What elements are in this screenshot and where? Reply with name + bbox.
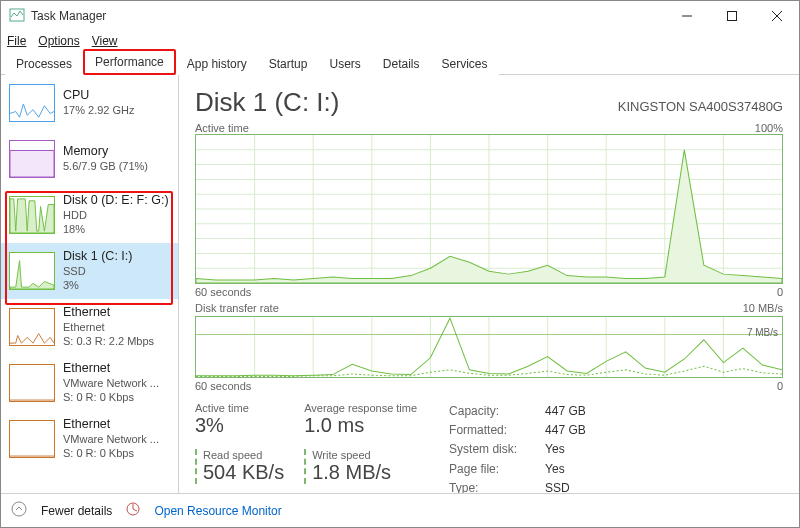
sidebar-text: Ethernet VMware Network ... S: 0 R: 0 Kb… bbox=[63, 417, 159, 460]
resource-monitor-icon[interactable] bbox=[126, 502, 140, 519]
info-key: System disk: bbox=[449, 440, 531, 459]
sidebar-item-subtext: 17% 2.92 GHz bbox=[63, 104, 135, 118]
tab-startup[interactable]: Startup bbox=[258, 52, 319, 75]
stats-grid: Active time 3% Read speed 504 KB/s Avera… bbox=[195, 402, 783, 493]
menu-options[interactable]: Options bbox=[38, 34, 79, 48]
sidebar-item-disk1[interactable]: Disk 1 (C: I:) SSD 3% bbox=[1, 243, 178, 299]
chart2-labels: Disk transfer rate 10 MB/s bbox=[195, 302, 783, 314]
fewer-details-link[interactable]: Fewer details bbox=[41, 504, 112, 518]
chart2-x-axis: 60 seconds 0 bbox=[195, 380, 783, 392]
sidebar-item-memory[interactable]: Memory 5.6/7.9 GB (71%) bbox=[1, 131, 178, 187]
info-value: Yes bbox=[545, 440, 565, 459]
thumbnail-chart-icon bbox=[9, 364, 55, 402]
tab-services[interactable]: Services bbox=[431, 52, 499, 75]
chevron-up-icon[interactable] bbox=[11, 501, 27, 520]
stat-avg-response: Average response time 1.0 ms bbox=[304, 402, 417, 437]
sidebar-text: Ethernet Ethernet S: 0.3 R: 2.2 Mbps bbox=[63, 305, 154, 348]
stat-write-speed: Write speed 1.8 MB/s bbox=[304, 449, 417, 484]
sidebar-item-subtext2: S: 0.3 R: 2.2 Mbps bbox=[63, 335, 154, 349]
task-manager-window: Task Manager File Options View Processes… bbox=[0, 0, 800, 528]
sidebar-text: Disk 0 (D: E: F: G:) HDD 18% bbox=[63, 193, 169, 236]
chart1-title: Active time bbox=[195, 122, 249, 134]
window-controls bbox=[664, 1, 799, 31]
main-header: Disk 1 (C: I:) KINGSTON SA400S37480G bbox=[195, 87, 783, 118]
sidebar-text: Ethernet VMware Network ... S: 0 R: 0 Kb… bbox=[63, 361, 159, 404]
info-key: Type: bbox=[449, 479, 531, 493]
sidebar-item-subtext2: S: 0 R: 0 Kbps bbox=[63, 391, 159, 405]
chart2-xmin: 60 seconds bbox=[195, 380, 251, 392]
sidebar-text: Disk 1 (C: I:) SSD 3% bbox=[63, 249, 132, 292]
sidebar-item-label: Ethernet bbox=[63, 417, 159, 433]
sidebar-item-disk0[interactable]: Disk 0 (D: E: F: G:) HDD 18% bbox=[1, 187, 178, 243]
menu-file[interactable]: File bbox=[7, 34, 26, 48]
info-key: Formatted: bbox=[449, 421, 531, 440]
sidebar-item-subtext: VMware Network ... bbox=[63, 377, 159, 391]
titlebar: Task Manager bbox=[1, 1, 799, 31]
sidebar-item-subtext: VMware Network ... bbox=[63, 433, 159, 447]
content-body: CPU 17% 2.92 GHz Memory 5.6/7.9 GB (71%) bbox=[1, 75, 799, 493]
chart2-xmax: 0 bbox=[777, 380, 783, 392]
sidebar-item-subtext: HDD bbox=[63, 209, 169, 223]
info-key: Capacity: bbox=[449, 402, 531, 421]
thumbnail-chart-icon bbox=[9, 140, 55, 178]
tab-details[interactable]: Details bbox=[372, 52, 431, 75]
menu-bar: File Options View bbox=[1, 31, 799, 51]
chart1-xmin: 60 seconds bbox=[195, 286, 251, 298]
sidebar-text: CPU 17% 2.92 GHz bbox=[63, 88, 135, 117]
app-icon bbox=[9, 7, 25, 26]
svg-rect-2 bbox=[727, 12, 736, 21]
tab-performance[interactable]: Performance bbox=[83, 49, 176, 75]
stat-active-time: Active time 3% bbox=[195, 402, 284, 437]
sidebar-item-label: Disk 1 (C: I:) bbox=[63, 249, 132, 265]
window-title: Task Manager bbox=[31, 9, 106, 23]
svg-point-37 bbox=[12, 502, 26, 516]
open-resource-monitor-link[interactable]: Open Resource Monitor bbox=[154, 504, 281, 518]
transfer-rate-chart: 7 MB/s bbox=[195, 316, 783, 378]
sidebar-item-label: Memory bbox=[63, 144, 148, 160]
info-value: 447 GB bbox=[545, 402, 586, 421]
chart2-max: 10 MB/s bbox=[743, 302, 783, 314]
close-button[interactable] bbox=[754, 1, 799, 31]
sidebar-item-subtext: 5.6/7.9 GB (71%) bbox=[63, 160, 148, 174]
sidebar-item-cpu[interactable]: CPU 17% 2.92 GHz bbox=[1, 75, 178, 131]
stat-label: Average response time bbox=[304, 402, 417, 414]
stat-read-speed: Read speed 504 KB/s bbox=[195, 449, 284, 484]
sidebar-item-ethernet0[interactable]: Ethernet Ethernet S: 0.3 R: 2.2 Mbps bbox=[1, 299, 178, 355]
sidebar-item-label: CPU bbox=[63, 88, 135, 104]
chart1-x-axis: 60 seconds 0 bbox=[195, 286, 783, 298]
maximize-button[interactable] bbox=[709, 1, 754, 31]
disk-info: Capacity:447 GB Formatted:447 GB System … bbox=[449, 402, 586, 493]
chart1-labels: Active time 100% bbox=[195, 122, 783, 134]
svg-line-40 bbox=[133, 509, 137, 511]
stat-value: 504 KB/s bbox=[203, 461, 284, 484]
disk-model-text: KINGSTON SA400S37480G bbox=[618, 99, 783, 114]
tab-processes[interactable]: Processes bbox=[5, 52, 83, 75]
sidebar-item-subtext2: S: 0 R: 0 Kbps bbox=[63, 447, 159, 461]
chart1-xmax: 0 bbox=[777, 286, 783, 298]
sidebar-item-subtext: Ethernet bbox=[63, 321, 154, 335]
stat-value: 1.0 ms bbox=[304, 414, 417, 437]
thumbnail-chart-icon bbox=[9, 420, 55, 458]
sidebar-item-ethernet1[interactable]: Ethernet VMware Network ... S: 0 R: 0 Kb… bbox=[1, 355, 178, 411]
stat-label: Active time bbox=[195, 402, 284, 414]
sidebar-item-ethernet2[interactable]: Ethernet VMware Network ... S: 0 R: 0 Kb… bbox=[1, 411, 178, 467]
chart1-max: 100% bbox=[755, 122, 783, 134]
menu-view[interactable]: View bbox=[92, 34, 118, 48]
sidebar-text: Memory 5.6/7.9 GB (71%) bbox=[63, 144, 148, 173]
chart2-title: Disk transfer rate bbox=[195, 302, 279, 314]
performance-main-panel: Disk 1 (C: I:) KINGSTON SA400S37480G Act… bbox=[179, 75, 799, 493]
thumbnail-chart-icon bbox=[9, 308, 55, 346]
page-title: Disk 1 (C: I:) bbox=[195, 87, 339, 118]
info-value: 447 GB bbox=[545, 421, 586, 440]
tab-app-history[interactable]: App history bbox=[176, 52, 258, 75]
tab-bar: Processes Performance App history Startu… bbox=[1, 51, 799, 75]
stat-label: Write speed bbox=[312, 449, 417, 461]
sidebar-item-label: Disk 0 (D: E: F: G:) bbox=[63, 193, 169, 209]
performance-sidebar[interactable]: CPU 17% 2.92 GHz Memory 5.6/7.9 GB (71%) bbox=[1, 75, 179, 493]
thumbnail-chart-icon bbox=[9, 84, 55, 122]
tab-users[interactable]: Users bbox=[318, 52, 371, 75]
sidebar-item-label: Ethernet bbox=[63, 305, 154, 321]
stat-value: 1.8 MB/s bbox=[312, 461, 417, 484]
thumbnail-chart-icon bbox=[9, 196, 55, 234]
minimize-button[interactable] bbox=[664, 1, 709, 31]
